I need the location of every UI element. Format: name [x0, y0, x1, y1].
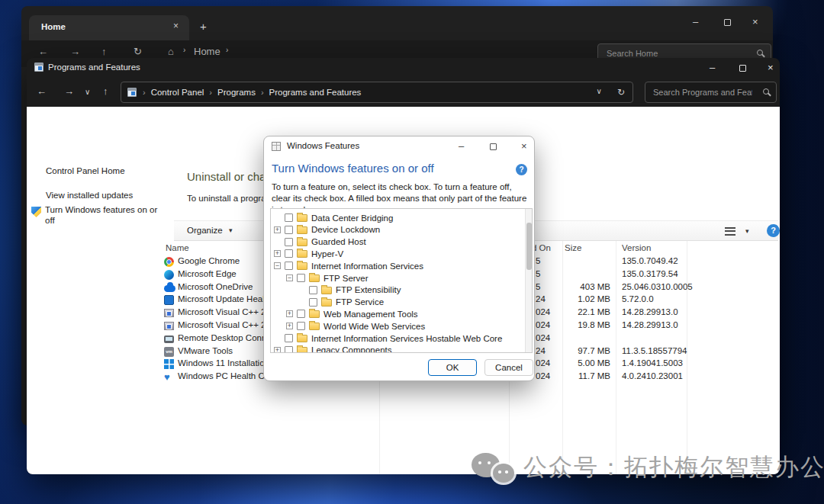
info-icon[interactable]: ?	[516, 164, 527, 175]
programs-features-icon	[34, 63, 43, 72]
up-icon[interactable]: ↑	[101, 46, 107, 57]
feature-row[interactable]: +World Wide Web Services	[271, 320, 523, 332]
folder-icon	[309, 323, 320, 330]
up-icon[interactable]: ↑	[103, 85, 108, 97]
feature-checkbox[interactable]	[285, 334, 293, 342]
sidebar-control-panel-home[interactable]: Control Panel Home	[46, 166, 125, 175]
help-icon[interactable]: ?	[767, 224, 780, 237]
column-header-size[interactable]: Size	[565, 243, 581, 252]
uac-shield-icon	[31, 207, 41, 217]
expand-toggle-icon[interactable]: +	[286, 323, 293, 329]
feature-row[interactable]: +Internet Information Services Hostable …	[271, 332, 523, 344]
feature-label: FTP Service	[336, 297, 384, 307]
minimize-button[interactable]: –	[459, 140, 464, 152]
expand-toggle-icon[interactable]: +	[274, 226, 281, 233]
crumb-separator: ›	[226, 46, 228, 54]
close-button[interactable]: ×	[752, 16, 758, 27]
feature-checkbox[interactable]	[309, 286, 317, 294]
breadcrumb-home[interactable]: Home	[194, 46, 220, 57]
feature-checkbox[interactable]	[285, 249, 293, 258]
program-name: Microsoft Visual C++ 2	[178, 320, 266, 329]
search-placeholder: Search Programs and Featu...	[653, 88, 752, 97]
expand-toggle-icon[interactable]: +	[286, 310, 293, 317]
program-version: 1.4.19041.5003	[622, 358, 683, 368]
column-header-version[interactable]: Version	[622, 243, 651, 252]
organize-button[interactable]: Organize	[187, 226, 223, 235]
cancel-button[interactable]: Cancel	[484, 359, 533, 376]
feature-row[interactable]: −FTP Server	[271, 272, 523, 284]
address-bar[interactable]: › Control Panel › Programs › Programs an…	[121, 82, 633, 103]
feature-checkbox[interactable]	[285, 238, 293, 246]
desktop: Home × + – × ← → ↑ ↻ ⌂ › Home › Search H…	[0, 0, 824, 504]
close-button[interactable]: ×	[521, 140, 527, 152]
feature-checkbox[interactable]	[285, 262, 293, 270]
feature-checkbox[interactable]	[285, 346, 293, 353]
forward-icon[interactable]: →	[70, 46, 80, 57]
feature-label: Internet Information Services Hostable W…	[311, 334, 502, 343]
collapse-toggle-icon[interactable]: −	[274, 262, 281, 269]
collapse-toggle-icon[interactable]: −	[286, 274, 293, 281]
column-header-name[interactable]: Name	[166, 243, 189, 252]
program-name: Microsoft OneDrive	[178, 282, 253, 291]
installed-on-fragment: 5	[536, 269, 540, 278]
scrollbar-thumb[interactable]	[526, 223, 532, 270]
feature-row[interactable]: +Legacy Components	[271, 345, 523, 353]
expand-toggle-icon[interactable]: +	[274, 347, 281, 353]
feature-checkbox[interactable]	[297, 274, 305, 282]
home-icon: ⌂	[168, 46, 174, 57]
folder-icon	[309, 274, 320, 282]
pf-search-box[interactable]: Search Programs and Featu...	[645, 82, 777, 103]
program-size: 19.8 MB	[530, 320, 610, 329]
maximize-button[interactable]	[739, 65, 746, 72]
installed-on-fragment: 5	[536, 256, 540, 265]
sidebar-view-installed-updates[interactable]: View installed updates	[46, 191, 133, 200]
feature-row[interactable]: +Guarded Host	[271, 236, 523, 248]
refresh-icon[interactable]: ↻	[617, 87, 625, 98]
watermark-text: 公众号：拓扑梅尔智慧办公	[523, 451, 824, 483]
expand-toggle-icon[interactable]: +	[274, 250, 281, 257]
chevron-down-icon[interactable]: ∨	[597, 87, 602, 98]
feature-checkbox[interactable]	[297, 322, 305, 330]
ok-button[interactable]: OK	[428, 359, 477, 376]
explorer-tab-home[interactable]: Home ×	[29, 15, 189, 40]
folder-icon	[309, 310, 320, 318]
feature-label: Guarded Host	[311, 237, 366, 246]
list-view-icon[interactable]	[725, 227, 735, 236]
crumb-separator: ›	[183, 46, 185, 54]
close-button[interactable]: ×	[768, 62, 774, 73]
program-size: 403 MB	[530, 282, 610, 291]
feature-row[interactable]: +FTP Service	[271, 297, 523, 308]
forward-icon[interactable]: →	[64, 85, 74, 97]
program-name: VMware Tools	[178, 346, 233, 355]
feature-checkbox[interactable]	[309, 298, 317, 307]
maximize-button[interactable]	[490, 143, 497, 150]
feature-row[interactable]: +Hyper-V	[271, 248, 523, 259]
chevron-down-icon[interactable]: ∨	[85, 88, 90, 96]
refresh-icon[interactable]: ↻	[134, 46, 142, 57]
feature-row[interactable]: −Internet Information Services	[271, 260, 523, 271]
breadcrumb-programs-features[interactable]: Programs and Features	[269, 88, 362, 97]
maximize-button[interactable]	[724, 19, 731, 26]
back-icon[interactable]: ←	[37, 85, 47, 97]
feature-checkbox[interactable]	[285, 226, 293, 234]
sidebar-turn-windows-features[interactable]: Turn Windows features on or off	[45, 204, 159, 226]
back-icon[interactable]: ←	[38, 46, 48, 57]
minimize-button[interactable]: –	[693, 16, 698, 27]
feature-row[interactable]: +Device Lockdown	[271, 224, 523, 236]
feature-row[interactable]: +FTP Extensibility	[271, 284, 523, 296]
breadcrumb-control-panel[interactable]: Control Panel	[151, 88, 204, 97]
breadcrumb-programs[interactable]: Programs	[217, 88, 256, 97]
folder-icon	[321, 299, 332, 307]
view-caret-icon[interactable]: ▾	[745, 227, 749, 235]
new-tab-button[interactable]: +	[200, 20, 207, 33]
feature-row[interactable]: +Web Management Tools	[271, 308, 523, 319]
folder-icon	[297, 226, 307, 234]
feature-row[interactable]: +Data Center Bridging	[271, 212, 523, 223]
feature-checkbox[interactable]	[297, 310, 305, 318]
scrollbar[interactable]	[525, 209, 532, 352]
program-name: Windows 11 Installatio	[178, 358, 265, 368]
wechat-icon	[493, 464, 514, 483]
feature-checkbox[interactable]	[285, 213, 293, 222]
minimize-button[interactable]: –	[710, 62, 715, 73]
tab-close-icon[interactable]: ×	[173, 21, 179, 31]
